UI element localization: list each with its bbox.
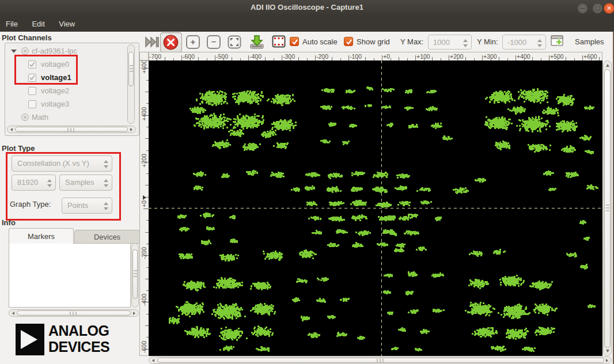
y-min-spin[interactable]: -1000: [502, 35, 546, 50]
x-axis-tick: [248, 55, 249, 60]
y-axis-tick: [143, 208, 149, 209]
sample-count-spin[interactable]: 81920: [12, 175, 56, 191]
expander-icon[interactable]: [11, 50, 17, 53]
menu-bar: File Edit View: [0, 16, 614, 32]
save-capture-icon[interactable]: [249, 34, 265, 50]
info-horizontal-scrollbar[interactable]: [9, 309, 139, 317]
x-axis-tick-label: -400: [249, 53, 261, 60]
zoom-out-button[interactable]: –: [207, 35, 221, 49]
voltage0-label: voltage0: [41, 60, 69, 69]
voltage1-label: voltage1: [41, 73, 71, 82]
auto-scale-checkbox[interactable]: [290, 37, 299, 46]
plot-vertical-scrollbar[interactable]: [603, 60, 612, 356]
x-axis-tick-label: +0: [383, 53, 390, 60]
scroll-right-icon[interactable]: [130, 128, 132, 131]
scroll-up-icon[interactable]: [606, 64, 609, 67]
show-grid-label: Show grid: [357, 37, 390, 46]
voltage0-checkbox[interactable]: [28, 60, 36, 69]
plot-channels-tree: cf-ad9361-lpc voltage0 voltage1 voltage2…: [5, 43, 139, 136]
combo-arrows-icon: [104, 201, 109, 211]
y-axis-tick-label: +0: [141, 200, 147, 207]
zoom-fit-button[interactable]: [228, 35, 241, 49]
tree-row-voltage3[interactable]: voltage3: [5, 97, 139, 111]
menu-view[interactable]: View: [53, 16, 81, 28]
scrollbar-grip: [130, 65, 133, 73]
spin-arrows-icon: [47, 178, 52, 188]
scroll-left-icon[interactable]: [12, 312, 14, 315]
plot-horizontal-scrollbar[interactable]: [149, 357, 612, 364]
tree-row-voltage0[interactable]: voltage0: [5, 58, 139, 71]
scroll-left-icon[interactable]: [152, 359, 154, 362]
app-window: ADI IIO Oscilloscope - Capture1 ─ □ ✕ Fi…: [0, 0, 614, 364]
plot-type-combo[interactable]: Constellation (X vs Y): [12, 156, 112, 172]
x-axis-tick-label: +600: [583, 53, 597, 60]
capture-toolbar: + – Auto scale Show grid Y Max: 1000: [141, 32, 614, 52]
x-axis-tick: [549, 55, 549, 60]
menu-file[interactable]: File: [0, 16, 24, 28]
tab-markers[interactable]: Markers: [9, 228, 74, 244]
plot-type-value: Constellation (X vs Y): [17, 159, 89, 168]
x-axis-tick-label: +100: [416, 53, 430, 60]
x-axis-tick-label: +500: [550, 53, 564, 60]
math-radio[interactable]: [21, 113, 29, 121]
scroll-down-icon[interactable]: [606, 350, 609, 352]
y-axis-tick-label: -400: [141, 294, 147, 306]
tree-horizontal-scrollbar[interactable]: [7, 126, 136, 133]
constellation-plot[interactable]: [149, 60, 602, 356]
scrollbar-grip: [606, 204, 609, 213]
voltage1-checkbox[interactable]: [28, 74, 36, 82]
samples-button-label[interactable]: Samples: [575, 37, 604, 46]
analog-devices-logo-mark: [16, 324, 44, 355]
zoom-in-button[interactable]: +: [186, 35, 200, 49]
logo-text-line1: ANALOG: [48, 323, 109, 339]
menu-edit[interactable]: Edit: [26, 16, 50, 28]
info-vertical-scrollbar[interactable]: [131, 243, 139, 308]
x-axis-tick: [582, 55, 583, 60]
constellation-canvas[interactable]: [149, 60, 602, 356]
maximize-button[interactable]: □: [592, 3, 603, 14]
voltage2-checkbox[interactable]: [28, 87, 36, 95]
check-icon: [29, 74, 36, 81]
voltage2-label: voltage2: [41, 86, 69, 95]
check-icon: [345, 38, 353, 46]
tab-devices[interactable]: Devices: [74, 230, 140, 244]
sample-unit-combo[interactable]: Samples: [59, 175, 112, 191]
y-max-spin[interactable]: 1000: [428, 35, 472, 50]
display-frame-icon[interactable]: [272, 35, 286, 48]
close-button[interactable]: ✕: [604, 3, 614, 14]
x-axis-tick: [516, 55, 516, 60]
minimize-button[interactable]: ─: [577, 3, 588, 14]
x-axis-tick-label: +200: [450, 53, 464, 60]
title-bar[interactable]: ADI IIO Oscilloscope - Capture1 ─ □ ✕: [0, 0, 614, 17]
scroll-left-icon[interactable]: [10, 128, 13, 131]
new-plot-icon[interactable]: [550, 34, 566, 50]
tree-row-device[interactable]: cf-ad9361-lpc: [5, 44, 139, 58]
check-icon: [29, 61, 36, 68]
device-radio[interactable]: [21, 47, 29, 55]
scroll-right-icon[interactable]: [133, 312, 135, 315]
x-axis-tick: [315, 55, 316, 60]
x-axis-tick: [482, 55, 483, 60]
scroll-right-icon[interactable]: [606, 359, 608, 362]
close-icon: ✕: [607, 5, 612, 12]
voltage3-checkbox[interactable]: [28, 100, 36, 108]
auto-scale-label: Auto scale: [302, 37, 338, 46]
tree-vertical-scrollbar[interactable]: [127, 44, 135, 124]
ruler-corner: [139, 52, 149, 60]
window-title: ADI IIO Oscilloscope - Capture1: [0, 3, 614, 12]
y-axis-tick-label: -200: [141, 247, 147, 259]
tree-row-voltage1[interactable]: voltage1: [5, 71, 139, 84]
y-axis-tick-label: +600: [141, 60, 147, 74]
tree-row-math[interactable]: Math: [5, 111, 139, 124]
tree-row-voltage2[interactable]: voltage2: [5, 84, 139, 97]
skip-forward-icon[interactable]: [145, 36, 160, 48]
stop-capture-button[interactable]: [160, 32, 182, 52]
combo-arrows-icon: [104, 178, 109, 188]
show-grid-checkbox[interactable]: [344, 37, 353, 46]
x-axis-tick-label: -300: [283, 53, 295, 60]
logo-text-line2: DEVICES: [48, 339, 109, 355]
graph-type-combo[interactable]: Points: [62, 198, 112, 214]
x-axis-tick: [215, 55, 215, 60]
x-axis-tick-label: -200: [316, 53, 328, 60]
sample-unit-value: Samples: [65, 178, 94, 187]
